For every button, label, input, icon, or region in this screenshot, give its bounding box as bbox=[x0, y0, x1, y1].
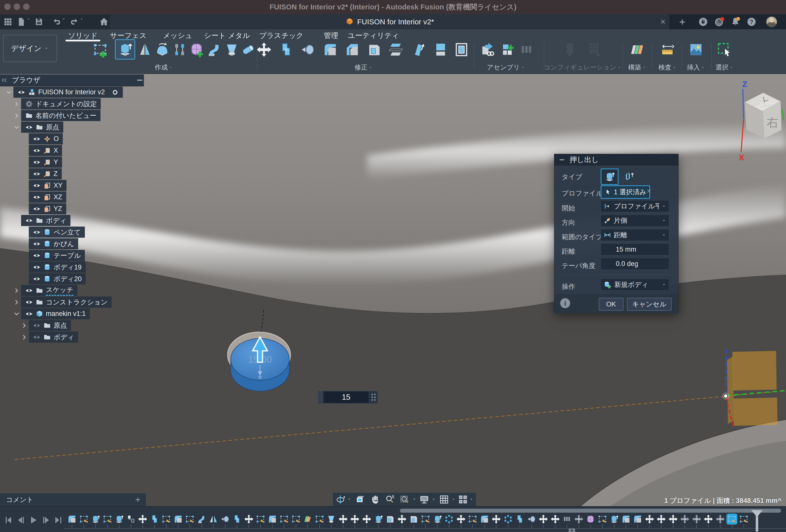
timeline-feature-move[interactable] bbox=[538, 514, 549, 525]
distance-input[interactable]: 15 mm bbox=[601, 244, 669, 255]
zoom-tool-button[interactable] bbox=[385, 494, 395, 505]
profile-selection-chip[interactable]: 1 選択済み bbox=[601, 185, 650, 199]
extensions-icon[interactable] bbox=[698, 16, 709, 27]
toolbar-combine-button[interactable] bbox=[278, 42, 294, 57]
timeline-feature-pattern[interactable] bbox=[503, 514, 514, 525]
timeline-play-button[interactable] bbox=[28, 515, 39, 525]
browser-row-4[interactable]: O bbox=[20, 133, 159, 145]
timeline-scrollbar[interactable] bbox=[400, 509, 781, 513]
visibility-eye-icon[interactable] bbox=[33, 263, 41, 271]
distance-value-input[interactable]: 15 bbox=[323, 391, 369, 403]
origin-z-axis[interactable] bbox=[726, 349, 726, 396]
display-caret-icon[interactable] bbox=[431, 497, 436, 502]
visibility-eye-icon[interactable] bbox=[25, 286, 33, 295]
timeline-feature-transform[interactable] bbox=[679, 514, 690, 525]
timeline-feature-sketch[interactable] bbox=[161, 514, 172, 525]
timeline-feature-sketch[interactable] bbox=[467, 514, 478, 525]
timeline-feature-move[interactable] bbox=[644, 514, 655, 525]
ribbon-tab-4[interactable]: プラスチック bbox=[259, 31, 303, 41]
timeline-feature-slots[interactable] bbox=[561, 514, 572, 525]
browser-row-16[interactable]: ボディ20 bbox=[20, 273, 159, 285]
visibility-eye-icon[interactable] bbox=[25, 216, 33, 225]
type-extrude-button[interactable] bbox=[601, 168, 619, 185]
timeline-feature-fillet[interactable] bbox=[173, 514, 184, 525]
browser-row-19[interactable]: manekin v1:1 bbox=[12, 308, 159, 320]
workspace-selector[interactable]: デザイン bbox=[3, 35, 57, 62]
origin-plane-lower[interactable] bbox=[733, 397, 778, 426]
toolbar-rails-button[interactable] bbox=[172, 42, 188, 57]
toolbar-group-6-label[interactable]: 挿入 bbox=[687, 63, 705, 72]
origin-plane-upper[interactable] bbox=[733, 351, 777, 391]
origin-plane-side[interactable] bbox=[727, 357, 734, 424]
timeline-feature-combine[interactable] bbox=[514, 514, 525, 525]
chevron-right-icon[interactable] bbox=[12, 111, 21, 120]
collapse-panel-icon[interactable] bbox=[0, 76, 8, 84]
browser-row-15[interactable]: ボディ19 bbox=[20, 261, 159, 273]
pan-tool-button[interactable] bbox=[370, 494, 380, 505]
timeline-feature-extrude[interactable] bbox=[373, 514, 384, 525]
timeline-feature-sketch[interactable] bbox=[314, 514, 325, 525]
browser-row-0[interactable]: FUISON for Interior v2 bbox=[4, 86, 159, 98]
extensions-icon[interactable] bbox=[698, 16, 709, 27]
timeline-step-forward-button[interactable] bbox=[41, 515, 51, 525]
timeline-feature-move[interactable] bbox=[137, 514, 148, 525]
timeline-feature-sketch[interactable] bbox=[420, 514, 431, 525]
value-box-drag-handle[interactable] bbox=[369, 391, 378, 403]
timeline-feature-transform[interactable] bbox=[715, 514, 726, 525]
browser-row-6[interactable]: Y bbox=[20, 156, 159, 168]
toolbar-group-4-label[interactable]: 構築 bbox=[628, 63, 646, 72]
timeline-feature-sketch[interactable] bbox=[78, 514, 89, 525]
timeline-feature-fillet[interactable] bbox=[621, 514, 631, 525]
timeline-feature-sketch[interactable] bbox=[597, 514, 608, 525]
display-settings-button[interactable] bbox=[419, 494, 430, 505]
toolbar-select-box-button[interactable] bbox=[717, 42, 733, 57]
chevron-down-icon[interactable] bbox=[12, 309, 21, 318]
toolbar-split-button[interactable] bbox=[389, 42, 404, 57]
timeline-feature-fillet[interactable] bbox=[632, 514, 643, 525]
chevron-right-icon[interactable] bbox=[12, 286, 21, 295]
tab-close-icon[interactable]: × bbox=[657, 17, 668, 27]
value-box-slider-handle[interactable] bbox=[318, 391, 323, 403]
cancel-button[interactable]: キャンセル bbox=[627, 298, 672, 311]
viewcube[interactable]: Z X 上 右 bbox=[730, 77, 786, 169]
browser-row-10[interactable]: YZ bbox=[20, 203, 159, 215]
toolbar-replace-button[interactable] bbox=[454, 42, 469, 57]
timeline-go-to-start-button[interactable] bbox=[4, 515, 14, 525]
origin-y-axis[interactable] bbox=[726, 391, 786, 395]
visibility-eye-icon[interactable] bbox=[33, 170, 41, 178]
undo-icon[interactable] bbox=[52, 17, 62, 27]
timeline-feature-move[interactable] bbox=[396, 514, 408, 525]
toolbar-draft-button[interactable] bbox=[411, 42, 426, 57]
browser-row-5[interactable]: X bbox=[20, 145, 159, 156]
timeline-feature-move[interactable] bbox=[703, 514, 714, 525]
visibility-eye-icon[interactable] bbox=[33, 275, 41, 283]
save-icon[interactable] bbox=[34, 17, 44, 27]
toolbar-chamfer-button[interactable] bbox=[344, 42, 360, 57]
browser-row-11[interactable]: ボディ bbox=[12, 215, 159, 226]
browser-header[interactable]: ブラウザ bbox=[0, 74, 144, 86]
visibility-eye-icon[interactable] bbox=[33, 252, 41, 259]
help-icon[interactable]: ? bbox=[746, 16, 757, 27]
browser-row-8[interactable]: XY bbox=[20, 180, 159, 191]
browser-row-7[interactable]: Z bbox=[20, 168, 159, 180]
toolbar-planes3-button[interactable] bbox=[629, 42, 645, 57]
look-at-tool-button[interactable] bbox=[355, 494, 366, 505]
timeline-feature-move[interactable] bbox=[349, 514, 360, 525]
timeline-feature-form[interactable] bbox=[585, 514, 596, 525]
chevron-right-icon[interactable] bbox=[12, 298, 21, 307]
document-tab[interactable]: FUISON for Interior v2* bbox=[110, 15, 669, 29]
redo-icon[interactable] bbox=[69, 17, 79, 27]
app-grid-icon[interactable] bbox=[3, 17, 13, 27]
home-view-icon[interactable] bbox=[99, 17, 109, 27]
browser-row-2[interactable]: 名前の付いたビュー bbox=[12, 110, 159, 121]
notifications-icon[interactable] bbox=[730, 16, 741, 27]
visibility-eye-icon[interactable] bbox=[33, 158, 41, 166]
visibility-eye-icon[interactable] bbox=[33, 240, 41, 248]
timeline-feature-fillet[interactable] bbox=[479, 514, 490, 525]
comment-bar[interactable]: コメント + bbox=[0, 493, 146, 507]
toolbar-group-0-label[interactable]: 作成 bbox=[155, 63, 173, 72]
timeline-feature-extrude[interactable] bbox=[114, 514, 124, 525]
new-tab-button[interactable]: + bbox=[677, 17, 688, 27]
dialog-collapse-icon[interactable] bbox=[558, 156, 566, 163]
chevron-right-icon[interactable] bbox=[20, 321, 29, 330]
